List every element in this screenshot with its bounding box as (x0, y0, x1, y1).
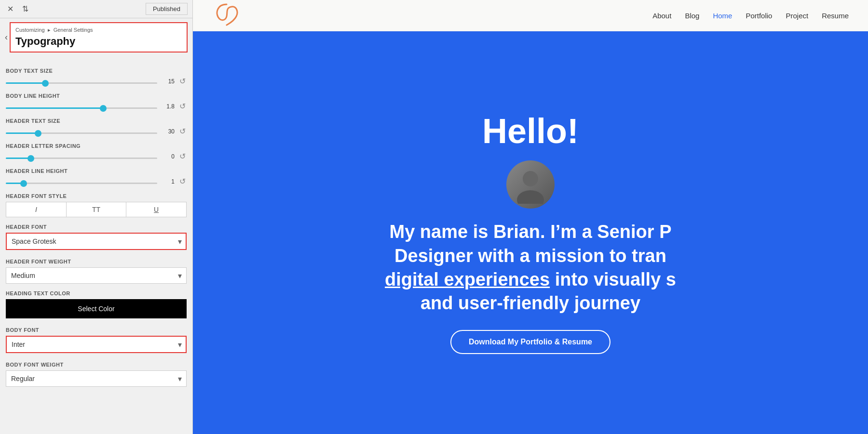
header-font-weight-label: HEADER FONT WEIGHT (6, 259, 187, 264)
preview-nav-links: About Blog Home Portfolio Project Resume (652, 12, 849, 20)
header-letter-spacing-reset[interactable]: ↺ (178, 152, 187, 161)
header-font-label: HEADER FONT (6, 224, 187, 230)
breadcrumb-section: Customizing ▸ General Settings Typograph… (10, 22, 188, 53)
header-text-size-label: HEADER TEXT SIZE (6, 118, 187, 124)
header-text-size-row: 30 ↺ (6, 127, 187, 136)
header-line-height-slider-wrap (6, 177, 157, 186)
hero-hello: Hello! (482, 111, 579, 151)
hero-text-line2: Designer with a mission to tran (394, 246, 666, 266)
header-line-height-value: 1 (161, 178, 175, 185)
body-font-wrapper: Inter Roboto Open Sans Space Grotesk ← (6, 336, 187, 355)
header-text-size-value: 30 (161, 128, 175, 135)
body-text-size-reset[interactable]: ↺ (178, 77, 187, 86)
header-letter-spacing-value: 0 (161, 153, 175, 160)
body-text-size-row: 15 ↺ (6, 77, 187, 86)
body-line-height-slider[interactable] (6, 107, 157, 109)
select-color-button[interactable]: Select Color (6, 299, 187, 318)
preview-hero: Hello! My name is Brian. I’m a Senior P … (193, 31, 868, 434)
published-button[interactable]: Published (146, 3, 188, 15)
body-text-size-slider-wrap (6, 77, 157, 86)
header-font-weight-select[interactable]: Medium Regular Bold Light (6, 267, 187, 284)
body-line-height-row: 1.8 ↺ (6, 102, 187, 111)
body-text-size-slider[interactable] (6, 82, 157, 84)
page-title: Typography (15, 35, 182, 48)
header-font-style-row: I TT U (6, 202, 187, 217)
preview-navbar: About Blog Home Portfolio Project Resume (193, 0, 868, 31)
body-line-height-label: BODY LINE HEIGHT (6, 93, 187, 99)
nav-blog[interactable]: Blog (685, 12, 699, 20)
header-line-height-slider[interactable] (6, 183, 157, 184)
hero-text-line4: and user-friendly journey (420, 293, 640, 313)
header-font-select-wrap: Space Grotesk Inter Roboto Open Sans (6, 233, 187, 250)
header-line-height-reset[interactable]: ↺ (178, 177, 187, 186)
header-letter-spacing-label: HEADER LETTER SPACING (6, 143, 187, 149)
nav-resume[interactable]: Resume (822, 12, 849, 20)
back-button[interactable]: ‹ (5, 22, 10, 53)
header-letter-spacing-slider-wrap (6, 152, 157, 161)
header-font-style-label: HEADER FONT STYLE (6, 193, 187, 199)
body-font-weight-select-wrap: Regular Medium Bold Light (6, 370, 187, 387)
hero-text-line3-rest: into visually s (550, 269, 676, 289)
body-text-size-value: 15 (161, 78, 175, 85)
close-button[interactable]: ✕ (5, 3, 16, 14)
topbar-left: ✕ ⇅ (5, 3, 31, 14)
breadcrumb-customizing: Customizing (15, 27, 45, 33)
heading-text-color-label: HEADING TEXT COLOR (6, 290, 187, 296)
body-font-select-wrap: Inter Roboto Open Sans Space Grotesk (6, 336, 187, 353)
body-font-select[interactable]: Inter Roboto Open Sans Space Grotesk (6, 336, 187, 353)
breadcrumb-arrow-icon: ▸ (48, 27, 52, 33)
body-line-height-slider-wrap (6, 102, 157, 111)
hero-text-line1: My name is Brian. I’m a Senior P (390, 222, 672, 242)
header-font-weight-select-wrap: Medium Regular Bold Light (6, 267, 187, 284)
header-text-size-slider[interactable] (6, 132, 157, 134)
header-text-size-slider-wrap (6, 127, 157, 136)
body-line-height-value: 1.8 (161, 103, 175, 110)
sort-button[interactable]: ⇅ (20, 3, 31, 14)
body-font-weight-select[interactable]: Regular Medium Bold Light (6, 370, 187, 387)
body-font-label: BODY FONT (6, 327, 187, 333)
hero-text: My name is Brian. I’m a Senior P Designe… (385, 220, 676, 316)
download-cta-button[interactable]: Download My Portfolio & Resume (450, 330, 610, 354)
header-font-select[interactable]: Space Grotesk Inter Roboto Open Sans (6, 233, 187, 250)
svg-point-0 (523, 171, 538, 186)
header-letter-spacing-slider[interactable] (6, 158, 157, 159)
underline-button[interactable]: U (126, 202, 187, 217)
header-line-height-label: HEADER LINE HEIGHT (6, 168, 187, 174)
panel-topbar: ✕ ⇅ Published (0, 0, 192, 18)
body-line-height-reset[interactable]: ↺ (178, 102, 187, 111)
nav-about[interactable]: About (652, 12, 671, 20)
header-letter-spacing-row: 0 ↺ (6, 152, 187, 161)
body-font-weight-label: BODY FONT WEIGHT (6, 362, 187, 368)
hero-avatar (506, 160, 555, 209)
header-font-wrapper: Space Grotesk Inter Roboto Open Sans ← (6, 233, 187, 252)
customizer-panel: ✕ ⇅ Published ‹ Customizing ▸ General Se… (0, 0, 193, 434)
breadcrumb: Customizing ▸ General Settings (15, 27, 182, 33)
header-text-size-reset[interactable]: ↺ (178, 127, 187, 136)
breadcrumb-general-settings: General Settings (54, 27, 93, 33)
nav-home[interactable]: Home (713, 12, 732, 20)
preview-logo (212, 2, 241, 29)
nav-portfolio[interactable]: Portfolio (746, 12, 772, 20)
body-text-size-label: BODY TEXT SIZE (6, 68, 187, 74)
svg-point-1 (517, 190, 544, 204)
preview-area: About Blog Home Portfolio Project Resume… (193, 0, 868, 434)
italic-button[interactable]: I (6, 202, 66, 217)
hero-text-underline: digital experiences (385, 269, 550, 289)
header-line-height-row: 1 ↺ (6, 177, 187, 186)
nav-project[interactable]: Project (786, 12, 808, 20)
bold-button[interactable]: TT (66, 202, 126, 217)
settings-panel: BODY TEXT SIZE 15 ↺ BODY LINE HEIGHT 1.8… (0, 56, 192, 434)
